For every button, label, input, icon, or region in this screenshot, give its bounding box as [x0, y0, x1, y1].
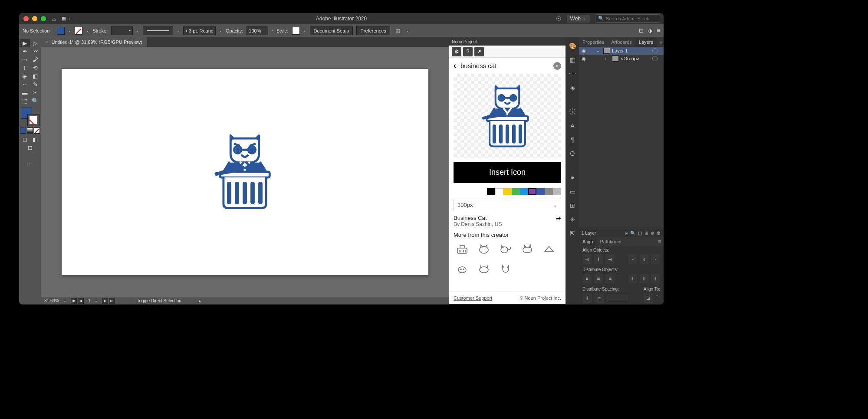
layer-row[interactable]: ◉ › <Group>	[579, 55, 664, 62]
find-icon[interactable]: 🔍	[630, 231, 635, 236]
character-panel-icon[interactable]: A	[568, 121, 577, 130]
align-quick[interactable]: ⊞	[394, 26, 402, 35]
gradient-tool[interactable]: ▬	[20, 88, 30, 97]
dist-vcenter[interactable]: ≡	[594, 274, 603, 283]
pathfinder-tab[interactable]: Pathfinder	[596, 237, 625, 246]
noun-settings-icon[interactable]: ⚙	[452, 47, 461, 56]
asset-export-panel-icon[interactable]: ⇱	[568, 229, 577, 238]
color-swatch[interactable]	[520, 188, 528, 195]
stroke-swatch[interactable]	[75, 27, 82, 35]
noun-share-icon[interactable]: ↗	[474, 47, 484, 56]
locate-object-icon[interactable]: ⎘	[625, 231, 628, 236]
stroke-color[interactable]	[28, 115, 39, 126]
minimize-window[interactable]	[32, 16, 37, 21]
discover-icon[interactable]: ☉	[556, 15, 562, 22]
rotate-tool[interactable]: ⟲	[30, 64, 40, 72]
arrange-docs[interactable]: ▦⌄	[62, 16, 71, 21]
home-icon[interactable]: ⌂	[52, 15, 56, 22]
info-panel-icon[interactable]: ⓘ	[568, 108, 577, 116]
prev-artboard[interactable]: ◀	[78, 298, 84, 304]
fill-swatch[interactable]	[57, 27, 65, 35]
rectangle-tool[interactable]: ▭	[20, 56, 30, 64]
color-swatch[interactable]	[512, 188, 520, 195]
customer-support-link[interactable]: Customer Support	[454, 295, 492, 301]
artboard[interactable]	[62, 69, 428, 275]
layer-name[interactable]: Layer 1	[612, 48, 651, 53]
fill-stroke[interactable]	[21, 108, 39, 126]
color-panel-icon[interactable]: 🎨	[568, 42, 577, 50]
align-to-button[interactable]: ⊡	[644, 293, 653, 303]
align-bottom[interactable]: ⫠	[651, 254, 660, 264]
close-tab-icon[interactable]: ×	[45, 39, 48, 45]
brushes-panel-icon[interactable]: 〰	[568, 69, 577, 78]
edit-toolbar[interactable]: ⋯	[27, 160, 33, 167]
gpu-icon[interactable]: ⊡	[639, 27, 644, 34]
width-tool[interactable]: ↔	[20, 80, 30, 88]
noun-share-arrow-icon[interactable]: ➦	[556, 215, 561, 222]
document-tab[interactable]: ×Untitled-1* @ 31.69% (RGB/GPU Preview)	[41, 37, 147, 47]
direct-selection-tool[interactable]: ▷	[30, 39, 40, 47]
panel-menu-icon[interactable]: ≡	[655, 239, 664, 245]
artboards-panel-icon[interactable]: ▭	[568, 187, 577, 196]
align-hcenter[interactable]: ⫲	[594, 254, 603, 264]
related-icon[interactable]	[499, 242, 513, 255]
play-icon[interactable]: ▸	[199, 298, 201, 303]
add-color[interactable]: +	[553, 188, 561, 195]
artboard-tool[interactable]: ⬚	[20, 97, 30, 105]
stroke-weight[interactable]: ▴▾	[111, 26, 133, 35]
pen-tool[interactable]: ✒	[20, 47, 30, 56]
first-artboard[interactable]: ⏮	[71, 298, 77, 304]
target-icon[interactable]	[652, 56, 658, 61]
dist-space-v[interactable]: ⦀	[582, 293, 592, 303]
scissors-tool[interactable]: ✂	[30, 88, 40, 97]
opentype-panel-icon[interactable]: O	[568, 149, 577, 158]
visibility-toggle[interactable]: ◉	[581, 48, 587, 54]
target-icon[interactable]	[652, 48, 658, 53]
draw-behind[interactable]: ◧	[30, 135, 40, 144]
links-panel-icon[interactable]: ⚭	[568, 173, 577, 182]
dist-left[interactable]: ⦀	[628, 274, 637, 283]
symbols-panel-icon[interactable]: ◈	[568, 83, 577, 92]
color-swatch[interactable]	[536, 188, 545, 195]
last-artboard[interactable]: ⏭	[109, 298, 115, 304]
document-setup-button[interactable]: Document Setup	[310, 26, 353, 35]
align-left[interactable]: ⫣	[582, 254, 592, 264]
align-vcenter[interactable]: ⫞	[640, 254, 649, 264]
align-tab[interactable]: Align	[579, 237, 596, 246]
brush-def[interactable]: • 3 pt. Round	[183, 26, 216, 35]
selection-tool[interactable]: ▶	[20, 39, 30, 47]
visibility-toggle[interactable]: ◉	[581, 56, 587, 62]
layers-tab[interactable]: Layers	[635, 37, 657, 47]
twirl-icon[interactable]: ⌄	[596, 49, 602, 53]
artboard-number[interactable]: 1	[88, 298, 91, 303]
screen-mode[interactable]: ⊡	[25, 144, 35, 152]
insert-icon-button[interactable]: Insert Icon	[454, 162, 561, 183]
swatches-panel-icon[interactable]: ▦	[568, 56, 577, 64]
color-swatch[interactable]	[487, 188, 495, 195]
related-icon[interactable]	[477, 242, 491, 255]
related-icon[interactable]	[477, 262, 491, 275]
zoom-tool[interactable]: 🔍	[30, 97, 40, 105]
workspace-switcher[interactable]: Web⌄	[567, 15, 590, 23]
related-icon[interactable]	[455, 242, 469, 255]
color-swatch[interactable]	[545, 188, 553, 195]
canvas[interactable]	[41, 47, 449, 297]
curvature-tool[interactable]: 〰	[30, 47, 40, 56]
related-icon[interactable]	[520, 242, 534, 255]
draw-normal[interactable]: ◻	[20, 135, 30, 144]
color-mode-solid[interactable]	[20, 128, 26, 134]
align-right[interactable]: ⫤	[605, 254, 615, 264]
color-mode-gradient[interactable]	[27, 128, 33, 134]
noun-back-icon[interactable]: ‹	[454, 61, 456, 70]
stock-search-input[interactable]	[606, 16, 664, 21]
zoom-window[interactable]	[41, 16, 46, 21]
dist-top[interactable]: ≡	[582, 274, 592, 283]
panel-menu-icon[interactable]: ≡	[657, 39, 664, 45]
dist-space-h[interactable]: ≡	[595, 293, 604, 303]
clip-mask-icon[interactable]: ◫	[638, 231, 642, 236]
noun-size-select[interactable]: 300px⌄	[454, 199, 561, 211]
new-sublayer-icon[interactable]: ⊞	[644, 231, 648, 236]
stock-search[interactable]: 🔍	[595, 14, 660, 23]
close-window[interactable]	[23, 16, 29, 21]
opacity-input[interactable]: 100%	[247, 26, 268, 35]
